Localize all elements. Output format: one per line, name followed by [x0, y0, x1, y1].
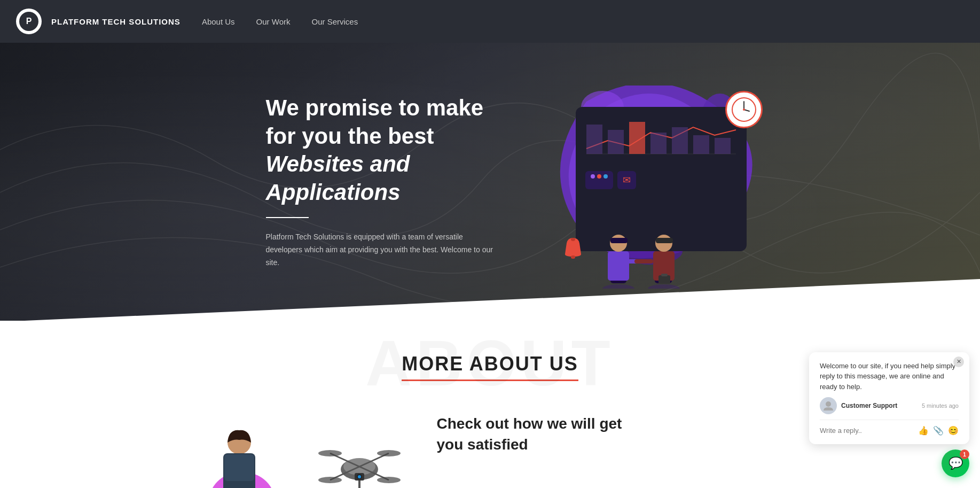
clock-icon [725, 91, 763, 128]
about-drone-illustration [314, 413, 405, 488]
chat-action-icons: 👍 📎 😊 [918, 425, 959, 436]
about-content: Check out how we will get you satisfied [170, 413, 811, 488]
agent-meta: Customer Support [841, 401, 918, 410]
hero-text: We promise to make for you the best Webs… [266, 94, 522, 269]
nav-services[interactable]: Our Services [312, 17, 358, 26]
nav-work[interactable]: Our Work [256, 17, 291, 26]
svg-rect-7 [650, 133, 667, 154]
chat-like-button[interactable]: 👍 [918, 425, 929, 436]
nav-links: About Us Our Work Our Services [202, 17, 358, 26]
svg-rect-6 [629, 122, 645, 154]
svg-rect-34 [224, 454, 254, 481]
svg-point-21 [648, 284, 680, 289]
svg-rect-5 [608, 130, 624, 154]
chat-reply-input[interactable] [820, 427, 915, 435]
brand-name: PLATFORM TECH SOLUTIONS [51, 17, 181, 26]
svg-rect-28 [661, 274, 668, 276]
about-person-illustration [202, 413, 282, 488]
agent-name: Customer Support [841, 401, 918, 410]
about-title: MORE ABOUT US [402, 353, 578, 381]
svg-rect-8 [672, 127, 688, 154]
hero-illustration: ✉ [544, 80, 768, 283]
chart-area [585, 117, 737, 165]
chat-badge: 1 [960, 450, 969, 459]
svg-rect-19 [610, 238, 628, 243]
chat-widget: ✕ Welcome to our site, if you need help … [809, 352, 969, 478]
notification-bell [562, 235, 584, 262]
svg-rect-17 [608, 251, 629, 281]
hero-divider [266, 217, 309, 218]
svg-rect-26 [634, 259, 653, 264]
chat-time: 5 minutes ago [922, 401, 959, 410]
hero-title: We promise to make for you the best Webs… [266, 94, 522, 206]
svg-point-14 [743, 109, 745, 111]
svg-rect-4 [586, 125, 602, 154]
svg-point-30 [571, 238, 575, 241]
svg-point-43 [318, 450, 342, 456]
svg-point-44 [377, 450, 401, 456]
chat-input-row[interactable]: 👍 📎 😊 [820, 420, 959, 436]
hero-content: We promise to make for you the best Webs… [116, 80, 864, 283]
svg-point-46 [377, 477, 401, 483]
chat-reply-row: Customer Support 5 minutes ago [820, 397, 959, 414]
chat-welcome-message: Welcome to our site, if you need help si… [820, 361, 959, 392]
svg-rect-27 [658, 275, 670, 284]
chat-attach-button[interactable]: 📎 [933, 425, 944, 436]
svg-rect-25 [656, 238, 673, 243]
svg-point-49 [358, 475, 361, 478]
about-text-block: Check out how we will get you satisfied [437, 413, 779, 455]
chat-bubble: ✕ Welcome to our site, if you need help … [809, 352, 969, 445]
svg-point-15 [602, 284, 634, 289]
chat-fab-button[interactable]: 💬 1 [942, 450, 969, 477]
nav-about[interactable]: About Us [202, 17, 235, 26]
svg-point-45 [318, 477, 342, 483]
navbar: P PLATFORM TECH SOLUTIONS About Us Our W… [0, 0, 980, 43]
svg-rect-9 [693, 135, 709, 154]
chat-emoji-button[interactable]: 😊 [948, 425, 959, 436]
svg-point-50 [826, 401, 831, 407]
agent-avatar [820, 397, 837, 414]
logo[interactable]: P [16, 9, 42, 34]
hero-description: Platform Tech Solutions is equipped with… [266, 231, 501, 269]
chat-fab-icon: 💬 [948, 456, 963, 470]
chat-close-button[interactable]: ✕ [953, 357, 964, 367]
svg-rect-29 [571, 255, 575, 259]
svg-rect-10 [715, 138, 731, 154]
characters-illustration [581, 182, 699, 289]
about-check-title: Check out how we will get you satisfied [437, 413, 779, 455]
hero-diagonal-cut [0, 279, 980, 321]
hero-section: We promise to make for you the best Webs… [0, 43, 980, 321]
